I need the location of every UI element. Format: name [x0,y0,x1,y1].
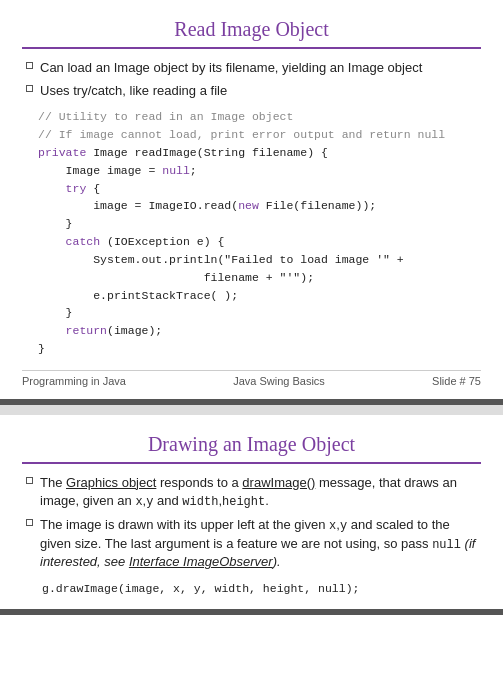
slide-2: Drawing an Image Object The Graphics obj… [0,415,503,616]
code-line-6: image = ImageIO.read(new File(filename))… [38,199,376,212]
code-line-4: Image image = null; [38,164,197,177]
slide2-bullet-1: The Graphics object responds to a drawIm… [26,474,481,511]
code-comment-2: // If image cannot load, print error out… [38,128,445,141]
slide2-bullets: The Graphics object responds to a drawIm… [22,474,481,572]
slide2-bullet-icon-1 [26,477,33,484]
code-line-3: private Image readImage(String filename)… [38,146,328,159]
code-line-11: e.printStackTrace( ); [38,289,238,302]
slide2-bullet-text-1: The Graphics object responds to a drawIm… [40,474,481,511]
slide1-bullets: Can load an Image object by its filename… [22,59,481,100]
code-line-13: return(image); [38,324,162,337]
param-width: width [182,495,218,509]
code-comment-1: // Utility to read in an Image object [38,110,293,123]
bullet-item-2: Uses try/catch, like reading a file [26,82,481,100]
slide1-code: // Utility to read in an Image object //… [38,108,481,357]
bullet-icon-2 [26,85,33,92]
slide1-title-underline [22,47,481,49]
bullet-item-1: Can load an Image object by its filename… [26,59,481,77]
param-height: height [222,495,265,509]
imageobserver-ref: Interface ImageObserver [129,554,273,569]
code-line-5: try { [38,182,100,195]
graphics-object-ref: Graphics object [66,475,156,490]
slide2-bullet-2: The image is drawn with its upper left a… [26,516,481,572]
slide-1: Read Image Object Can load an Image obje… [0,0,503,405]
param-null: null [432,538,461,552]
draw-image-ref: drawImage() [242,475,315,490]
slide2-title: Drawing an Image Object [22,433,481,456]
code-line-10: filename + "'"); [38,271,314,284]
code-line-12: } [38,306,73,319]
slide2-bullet-icon-2 [26,519,33,526]
param-y2: y [340,519,347,533]
footer-right: Slide # 75 [432,375,481,387]
slide1-title: Read Image Object [22,18,481,41]
param-x1: x [135,495,142,509]
code-line-9: System.out.println("Failed to load image… [38,253,404,266]
bullet-icon-1 [26,62,33,69]
code-line-7: } [38,217,73,230]
slide2-title-underline [22,462,481,464]
slide2-bullet-text-2: The image is drawn with its upper left a… [40,516,481,572]
slide-separator [0,405,503,415]
slide2-code: g.drawImage(image, x, y, width, height, … [42,580,481,598]
bullet-text-2: Uses try/catch, like reading a file [40,82,227,100]
code-line-14: } [38,342,45,355]
draw-image-code: g.drawImage(image, x, y, width, height, … [42,582,359,595]
footer-left: Programming in Java [22,375,126,387]
slide1-footer: Programming in Java Java Swing Basics Sl… [22,370,481,387]
param-x2: x [329,519,336,533]
footer-center: Java Swing Basics [233,375,325,387]
bullet-text-1: Can load an Image object by its filename… [40,59,422,77]
code-line-8: catch (IOException e) { [38,235,224,248]
italic-note: (if interested, see Interface ImageObser… [40,536,475,570]
param-y1: y [146,495,153,509]
